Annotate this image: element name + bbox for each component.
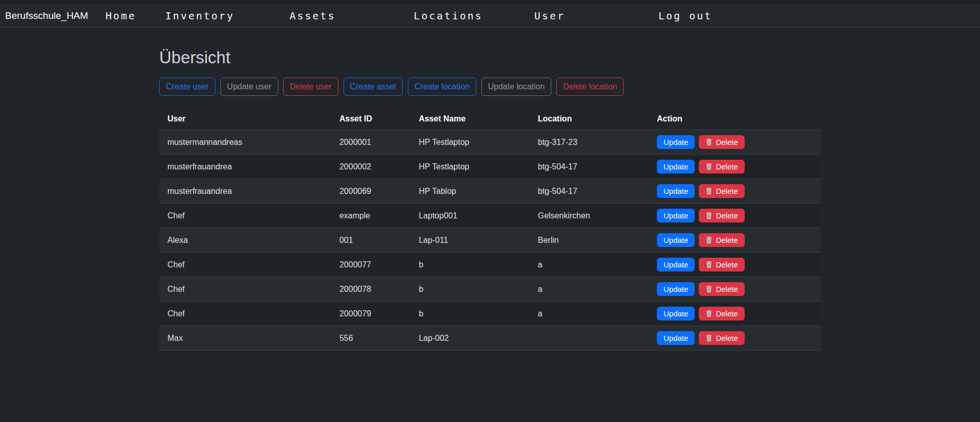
delete-button[interactable]: Delete	[699, 209, 744, 222]
cell-asset-name: b	[410, 277, 529, 302]
cell-location: btg-317-23	[530, 130, 649, 155]
cell-user: Chef	[159, 204, 331, 228]
cell-location: Gelsenkirchen	[530, 204, 649, 228]
cell-asset-name: Lap-002	[410, 326, 529, 351]
action-buttons: UpdateDelete	[657, 331, 813, 345]
column-header-asset-id: Asset ID	[331, 109, 411, 130]
cell-location: a	[530, 302, 649, 326]
column-header-user: User	[159, 109, 331, 130]
cell-asset-id: 001	[331, 228, 411, 253]
delete-button[interactable]: Delete	[699, 282, 744, 296]
action-buttons: UpdateDelete	[657, 160, 813, 173]
cell-asset-id: example	[331, 204, 411, 228]
update-button[interactable]: Update	[657, 160, 695, 173]
nav-link-locations[interactable]: Locations	[413, 10, 482, 22]
delete-button-label: Delete	[716, 334, 738, 342]
delete-button[interactable]: Delete	[699, 258, 744, 271]
column-header-location: Location	[530, 109, 649, 130]
nav-item-user: User	[534, 10, 565, 22]
cell-action: UpdateDelete	[649, 204, 821, 228]
window-top-edge	[0, 0, 980, 4]
delete-button-label: Delete	[716, 187, 738, 195]
create-location-button[interactable]: Create location	[408, 78, 476, 96]
cell-action: UpdateDelete	[649, 228, 821, 253]
cell-asset-id: 2000069	[331, 179, 411, 204]
delete-button[interactable]: Delete	[699, 160, 744, 173]
navbar-brand[interactable]: Berufsschule_HAM	[5, 10, 88, 21]
cell-asset-id: 2000077	[331, 253, 411, 277]
table-row: Alexa001Lap-011BerlinUpdateDelete	[159, 228, 821, 253]
nav-item-locations: Locations	[413, 10, 482, 22]
delete-button-label: Delete	[716, 309, 738, 318]
update-location-button[interactable]: Update location	[481, 78, 551, 96]
delete-button[interactable]: Delete	[699, 307, 744, 320]
column-header-action: Action	[649, 109, 821, 130]
update-button[interactable]: Update	[657, 233, 695, 247]
cell-location: a	[530, 253, 649, 277]
cell-user: Alexa	[159, 228, 331, 253]
delete-button-label: Delete	[716, 138, 738, 146]
nav-link-inventory[interactable]: Inventory	[165, 10, 234, 22]
trash-icon	[705, 261, 713, 268]
delete-location-button[interactable]: Delete location	[556, 78, 624, 96]
update-button[interactable]: Update	[657, 258, 695, 271]
nav-link-assets[interactable]: Assets	[289, 10, 335, 22]
update-button[interactable]: Update	[657, 331, 695, 345]
action-buttons: UpdateDelete	[657, 258, 813, 271]
table-row: Max556Lap-002UpdateDelete	[159, 326, 821, 351]
nav-item-assets: Assets	[289, 10, 335, 22]
cell-asset-name: HP Tablop	[410, 179, 529, 204]
cell-asset-id: 556	[331, 326, 411, 351]
navbar: Berufsschule_HAM HomeInventoryAssetsLoca…	[0, 4, 980, 28]
cell-user: mustermannandreas	[159, 130, 331, 155]
update-button[interactable]: Update	[657, 307, 695, 320]
table-row: mustermannandreas2000001HP Testlaptopbtg…	[159, 130, 821, 155]
cell-asset-name: b	[410, 253, 529, 277]
nav-link-log-out[interactable]: Log out	[658, 10, 712, 22]
delete-button[interactable]: Delete	[699, 184, 744, 198]
trash-icon	[705, 187, 713, 195]
assets-table: User Asset ID Asset Name Location Action…	[159, 109, 821, 351]
cell-asset-id: 2000002	[331, 155, 411, 179]
trash-icon	[705, 310, 713, 317]
cell-location: Berlin	[530, 228, 649, 253]
main-content: Übersicht Create userUpdate userDelete u…	[153, 48, 827, 351]
trash-icon	[705, 212, 713, 219]
cell-user: musterfrauandrea	[159, 155, 331, 179]
delete-button-label: Delete	[716, 285, 738, 293]
cell-user: Max	[159, 326, 331, 351]
cell-asset-name: HP Testlaptop	[410, 130, 529, 155]
cell-asset-name: HP Testlaptop	[410, 155, 529, 179]
table-header: User Asset ID Asset Name Location Action	[159, 109, 821, 130]
action-buttons: UpdateDelete	[657, 184, 813, 198]
cell-asset-id: 2000078	[331, 277, 411, 302]
update-button[interactable]: Update	[657, 209, 695, 222]
nav-item-log-out: Log out	[658, 10, 712, 22]
delete-button[interactable]: Delete	[699, 233, 744, 247]
action-toolbar: Create userUpdate userDelete userCreate …	[159, 78, 821, 96]
cell-user: Chef	[159, 277, 331, 302]
create-user-button[interactable]: Create user	[159, 78, 215, 96]
cell-asset-id: 2000079	[331, 302, 411, 326]
navbar-menu: HomeInventoryAssetsLocationsUserLog out	[88, 10, 713, 22]
cell-user: Chef	[159, 302, 331, 326]
update-button[interactable]: Update	[657, 184, 695, 198]
delete-button[interactable]: Delete	[699, 331, 744, 345]
nav-item-home: Home	[106, 10, 136, 22]
create-asset-button[interactable]: Create asset	[344, 78, 403, 96]
update-button[interactable]: Update	[657, 135, 695, 149]
cell-action: UpdateDelete	[649, 326, 821, 351]
nav-item-inventory: Inventory	[165, 10, 234, 22]
nav-link-user[interactable]: User	[534, 10, 565, 22]
update-button[interactable]: Update	[657, 282, 695, 296]
delete-button-label: Delete	[716, 236, 738, 244]
update-user-button[interactable]: Update user	[220, 78, 278, 96]
nav-link-home[interactable]: Home	[106, 10, 136, 22]
cell-asset-name: Laptop001	[410, 204, 529, 228]
delete-button-label: Delete	[716, 211, 738, 220]
cell-user: musterfrauandrea	[159, 179, 331, 204]
action-buttons: UpdateDelete	[657, 209, 813, 222]
delete-user-button[interactable]: Delete user	[283, 78, 338, 96]
delete-button[interactable]: Delete	[699, 135, 744, 149]
cell-action: UpdateDelete	[649, 155, 821, 179]
